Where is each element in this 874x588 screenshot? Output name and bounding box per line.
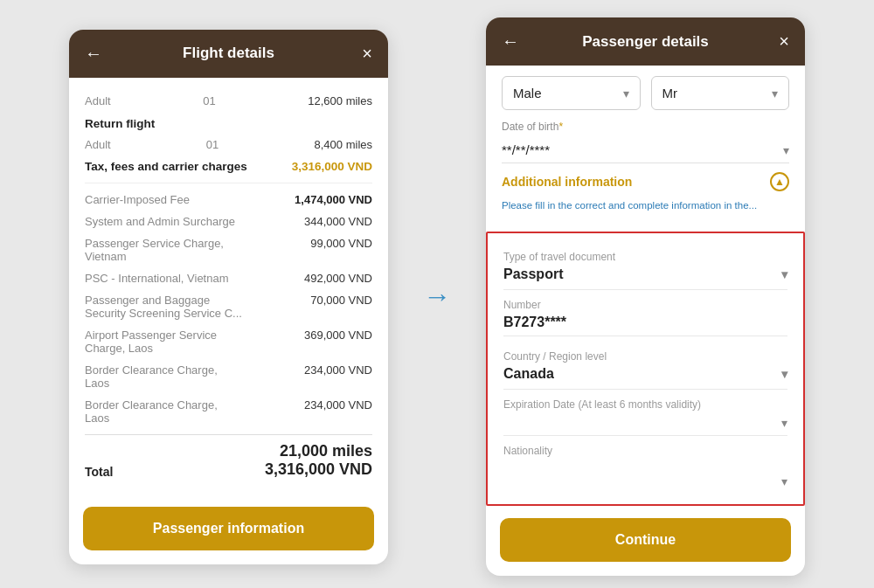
dob-label: Date of birth* bbox=[502, 121, 789, 133]
total-vnd: 3,316,000 VND bbox=[265, 460, 372, 479]
nationality-field[interactable]: Nationality ▾ bbox=[503, 436, 787, 494]
country-value-row[interactable]: Canada ▾ bbox=[503, 366, 787, 382]
baggage-label: Passenger and Baggage Security Screening… bbox=[85, 294, 243, 320]
total-row: Total 21,000 miles 3,316,000 VND bbox=[85, 434, 372, 482]
psc-intl-label: PSC - International, Vietnam bbox=[85, 272, 229, 285]
nationality-chevron-icon: ▾ bbox=[503, 474, 787, 488]
flight-row-carrier: Carrier-Imposed Fee 1,474,000 VND bbox=[85, 189, 372, 211]
expiry-label: Expiration Date (At least 6 months valid… bbox=[503, 398, 787, 411]
travel-doc-type-value-row[interactable]: Passport ▾ bbox=[503, 266, 787, 282]
flight-row-border2: Border Clearance Charge, Laos 234,000 VN… bbox=[85, 394, 372, 429]
info-note: Please fill in the correct and complete … bbox=[502, 195, 789, 221]
close-icon-left[interactable]: × bbox=[348, 44, 372, 64]
dob-field[interactable]: **/**/**** ▾ bbox=[502, 135, 789, 163]
flight-row-system: System and Admin Surcharge 344,000 VND bbox=[85, 211, 372, 232]
back-icon-left[interactable]: ← bbox=[85, 44, 109, 64]
flight-row-tax: Tax, fees and carrier charges 3,316,000 … bbox=[85, 156, 372, 177]
total-label: Total bbox=[85, 465, 113, 479]
psc-intl-value: 492,000 VND bbox=[304, 272, 372, 285]
return-flight-header: Return flight bbox=[85, 112, 372, 134]
back-icon-right[interactable]: ← bbox=[502, 31, 526, 52]
adult-return-value: 8,400 miles bbox=[315, 138, 372, 151]
gender-row: Male ▾ Mr ▾ bbox=[502, 76, 789, 110]
adult-outbound-value: 12,600 miles bbox=[308, 94, 372, 107]
passport-number-field: Number B7273**** bbox=[503, 290, 787, 336]
psc-vn-label: Passenger Service Charge, Vietnam bbox=[85, 237, 243, 263]
airport-laos-label: Airport Passenger Service Charge, Laos bbox=[85, 329, 243, 355]
total-miles: 21,000 miles bbox=[265, 442, 372, 460]
adult-return-qty: 01 bbox=[206, 138, 218, 151]
passenger-details-title: Passenger details bbox=[526, 33, 765, 51]
country-chevron-icon: ▾ bbox=[781, 367, 787, 381]
dob-value: **/**/**** bbox=[502, 142, 550, 157]
border2-value: 234,000 VND bbox=[304, 398, 372, 412]
flight-details-card: ← Flight details × Adult 01 12,600 miles… bbox=[69, 30, 388, 564]
adult-return-label: Adult bbox=[85, 138, 111, 151]
country-field: Country / Region level Canada ▾ bbox=[503, 343, 787, 390]
tax-label: Tax, fees and carrier charges bbox=[85, 160, 247, 173]
additional-info-label: Additional information bbox=[502, 175, 632, 189]
title-chevron-icon: ▾ bbox=[772, 86, 778, 100]
arrow-icon: → bbox=[423, 280, 451, 313]
flight-row-psc-vn: Passenger Service Charge, Vietnam 99,000… bbox=[85, 232, 372, 267]
airport-laos-value: 369,000 VND bbox=[304, 329, 372, 342]
gender-value: Male bbox=[513, 86, 542, 100]
border1-value: 234,000 VND bbox=[304, 363, 372, 377]
border1-label: Border Clearance Charge, Laos bbox=[85, 363, 243, 390]
passport-number-value: B7273**** bbox=[503, 315, 787, 330]
system-surcharge-label: System and Admin Surcharge bbox=[85, 215, 235, 228]
flight-row-border1: Border Clearance Charge, Laos 234,000 VN… bbox=[85, 359, 372, 394]
country-label: Country / Region level bbox=[503, 350, 787, 363]
expiry-chevron-icon: ▾ bbox=[503, 416, 787, 430]
title-select[interactable]: Mr ▾ bbox=[651, 76, 790, 110]
dob-chevron-icon: ▾ bbox=[783, 143, 789, 157]
additional-info-toggle[interactable]: Additional information ▲ bbox=[502, 163, 789, 195]
travel-doc-type-field: Type of travel document Passport ▾ bbox=[503, 244, 787, 290]
adult-outbound-label: Adult bbox=[85, 94, 111, 107]
flight-row-psc-intl: PSC - International, Vietnam 492,000 VND bbox=[85, 267, 372, 289]
flight-row-adult-outbound: Adult 01 12,600 miles bbox=[85, 90, 372, 112]
travel-doc-form: Type of travel document Passport ▾ Numbe… bbox=[488, 233, 803, 504]
flight-row-adult-return: Adult 01 8,400 miles bbox=[85, 134, 372, 156]
flight-details-header: ← Flight details × bbox=[69, 30, 388, 78]
passenger-details-card: ← Passenger details × Male ▾ Mr ▾ bbox=[486, 17, 805, 576]
tax-value: 3,316,000 VND bbox=[292, 160, 372, 173]
travel-doc-section: Type of travel document Passport ▾ Numbe… bbox=[486, 232, 805, 506]
country-value: Canada bbox=[503, 366, 554, 382]
nationality-label: Nationality bbox=[503, 445, 787, 457]
border2-label: Border Clearance Charge, Laos bbox=[85, 398, 243, 425]
screen-container: ← Flight details × Adult 01 12,600 miles… bbox=[52, 0, 822, 588]
close-icon-right[interactable]: × bbox=[765, 31, 789, 52]
flight-row-baggage: Passenger and Baggage Security Screening… bbox=[85, 289, 372, 324]
carrier-fee-label: Carrier-Imposed Fee bbox=[85, 193, 190, 206]
adult-outbound-qty: 01 bbox=[203, 94, 215, 107]
flight-details-title: Flight details bbox=[109, 45, 348, 62]
carrier-fee-value: 1,474,000 VND bbox=[295, 193, 372, 206]
travel-doc-type-chevron-icon: ▾ bbox=[781, 267, 787, 281]
travel-doc-type-value: Passport bbox=[503, 266, 563, 282]
passenger-form: Male ▾ Mr ▾ Date of birth* **/**/**** ▾ bbox=[486, 66, 805, 562]
flight-row-airport-laos: Airport Passenger Service Charge, Laos 3… bbox=[85, 324, 372, 359]
gender-title-section: Male ▾ Mr ▾ Date of birth* **/**/**** ▾ bbox=[486, 66, 805, 232]
continue-button[interactable]: Continue bbox=[500, 518, 791, 562]
passenger-information-button[interactable]: Passenger information bbox=[83, 507, 374, 550]
flight-table: Adult 01 12,600 miles Return flight Adul… bbox=[69, 78, 388, 495]
travel-doc-type-label: Type of travel document bbox=[503, 251, 787, 263]
total-values: 21,000 miles 3,316,000 VND bbox=[265, 442, 372, 479]
passenger-details-header: ← Passenger details × bbox=[486, 17, 805, 66]
divider-1 bbox=[85, 183, 372, 183]
gender-chevron-icon: ▾ bbox=[623, 86, 629, 100]
psc-vn-value: 99,000 VND bbox=[310, 237, 372, 250]
gender-select[interactable]: Male ▾ bbox=[502, 76, 641, 110]
expiry-field[interactable]: Expiration Date (At least 6 months valid… bbox=[503, 390, 787, 436]
system-surcharge-value: 344,000 VND bbox=[304, 215, 372, 228]
title-value: Mr bbox=[662, 86, 678, 100]
baggage-value: 70,000 VND bbox=[310, 294, 372, 307]
additional-info-toggle-icon: ▲ bbox=[770, 172, 789, 191]
passport-number-label: Number bbox=[503, 299, 787, 311]
